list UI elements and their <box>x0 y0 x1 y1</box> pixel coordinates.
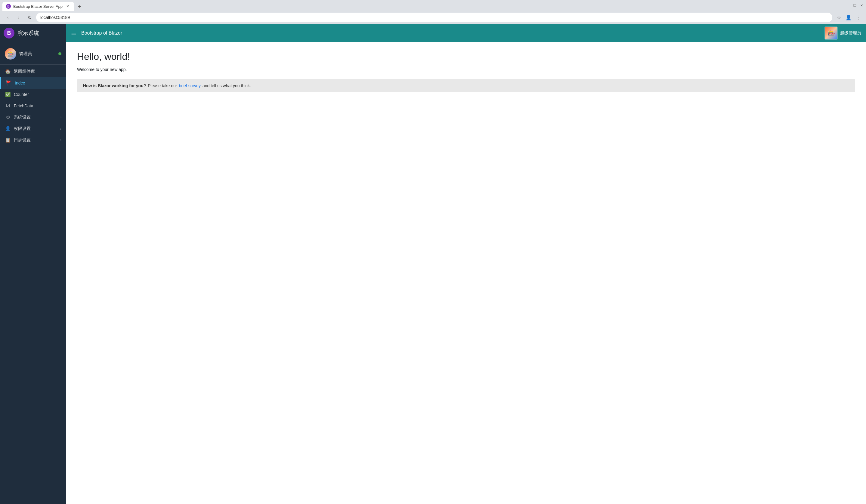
sidebar-status-dot <box>58 52 62 55</box>
app-wrapper: B 演示系统 ☰ Bootstrap of Blazor 🎰 超级管理员 🎰 <box>0 24 866 504</box>
browser-chrome: B Bootstrap Blazor Server App ✕ + — ❐ ✕ … <box>0 0 866 24</box>
sidebar-avatar: 🎰 <box>5 48 16 59</box>
sidebar-item-back[interactable]: 🏠 返回组件库 <box>0 66 66 77</box>
alert-box: How is Blazor working for you? Please ta… <box>77 79 855 92</box>
app-header: B 演示系统 ☰ Bootstrap of Blazor 🎰 超级管理员 <box>0 24 866 42</box>
browser-tabs: B Bootstrap Blazor Server App ✕ + <box>2 0 84 11</box>
chevron-right-icon: › <box>60 138 62 142</box>
sidebar-user: 🎰 管理员 <box>0 45 66 63</box>
reload-button[interactable]: ↻ <box>25 13 34 22</box>
alert-after-link: and tell us what you think. <box>202 83 251 88</box>
check-icon: ✅ <box>5 92 11 97</box>
sidebar-item-permissions[interactable]: 👤 权限设置 › <box>0 123 66 135</box>
new-tab-button[interactable]: + <box>75 2 84 11</box>
browser-addressbar: ‹ › ↻ localhost:53189 ☆ 👤 ⋮ <box>0 11 866 24</box>
header-right: 🎰 超级管理员 <box>824 26 866 40</box>
sidebar-item-system-settings[interactable]: ⚙ 系统设置 › <box>0 112 66 123</box>
app-main: 🎰 管理员 🏠 返回组件库 🚩 Index ✅ Counter ☑ Fe <box>0 42 866 504</box>
sidebar-toggle-button[interactable]: ☰ <box>66 30 81 37</box>
window-controls: — ❐ ✕ <box>846 3 864 8</box>
sidebar-divider <box>0 64 66 65</box>
forward-button[interactable]: › <box>14 13 23 22</box>
brand-name: 演示系统 <box>18 30 39 37</box>
browser-titlebar: B Bootstrap Blazor Server App ✕ + — ❐ ✕ <box>0 0 866 11</box>
sidebar: 🎰 管理员 🏠 返回组件库 🚩 Index ✅ Counter ☑ Fe <box>0 42 66 504</box>
header-avatar-img: 🎰 <box>825 27 837 39</box>
user-icon: 👤 <box>5 126 11 131</box>
header-username: 超级管理员 <box>840 30 861 36</box>
brand-logo: B <box>4 28 14 38</box>
sidebar-item-log-settings[interactable]: 📋 日志设置 › <box>0 135 66 146</box>
sidebar-item-label: 权限设置 <box>14 126 57 131</box>
sidebar-item-fetchdata[interactable]: ☑ FetchData <box>0 100 66 112</box>
browser-tab-active[interactable]: B Bootstrap Blazor Server App ✕ <box>2 2 74 11</box>
sidebar-item-index[interactable]: 🚩 Index <box>0 77 66 89</box>
alert-text: Please take our <box>148 83 177 88</box>
tab-close-button[interactable]: ✕ <box>65 4 70 9</box>
header-title: Bootstrap of Blazor <box>81 30 122 36</box>
maximize-button[interactable]: ❐ <box>853 3 857 8</box>
address-text: localhost:53189 <box>40 15 70 20</box>
sidebar-item-label: Index <box>15 81 62 85</box>
sidebar-item-label: 系统设置 <box>14 115 57 120</box>
minimize-button[interactable]: — <box>846 3 850 8</box>
sidebar-item-counter[interactable]: ✅ Counter <box>0 89 66 100</box>
checkbox-icon: ☑ <box>5 103 11 108</box>
alert-link[interactable]: brief survey <box>179 83 201 88</box>
sidebar-item-label: 返回组件库 <box>14 69 62 74</box>
content-area: Hello, world! Welcome to your new app. H… <box>66 42 866 504</box>
close-button[interactable]: ✕ <box>859 3 864 8</box>
bookmark-button[interactable]: ☆ <box>835 13 843 22</box>
menu-button[interactable]: ⋮ <box>854 13 862 22</box>
profile-button[interactable]: 👤 <box>844 13 853 22</box>
sidebar-item-label: Counter <box>14 92 62 97</box>
sidebar-item-label: 日志设置 <box>14 137 57 143</box>
alert-bold-text: How is Blazor working for you? <box>83 83 146 88</box>
sidebar-item-label: FetchData <box>14 103 62 108</box>
log-icon: 📋 <box>5 137 11 143</box>
header-brand: B 演示系统 <box>0 24 66 42</box>
flag-icon: 🚩 <box>6 80 12 86</box>
gear-icon: ⚙ <box>5 115 11 120</box>
tab-title: Bootstrap Blazor Server App <box>13 4 63 9</box>
chevron-right-icon: › <box>60 115 62 119</box>
tab-favicon-icon: B <box>6 4 11 9</box>
sidebar-username: 管理员 <box>19 51 32 57</box>
header-avatar[interactable]: 🎰 <box>824 26 838 40</box>
home-icon: 🏠 <box>5 69 11 74</box>
page-subtitle: Welcome to your new app. <box>77 67 855 72</box>
address-bar[interactable]: localhost:53189 <box>36 13 832 22</box>
page-title: Hello, world! <box>77 51 855 62</box>
back-button[interactable]: ‹ <box>4 13 12 22</box>
browser-actions: ☆ 👤 ⋮ <box>835 13 862 22</box>
chevron-right-icon: › <box>60 127 62 131</box>
